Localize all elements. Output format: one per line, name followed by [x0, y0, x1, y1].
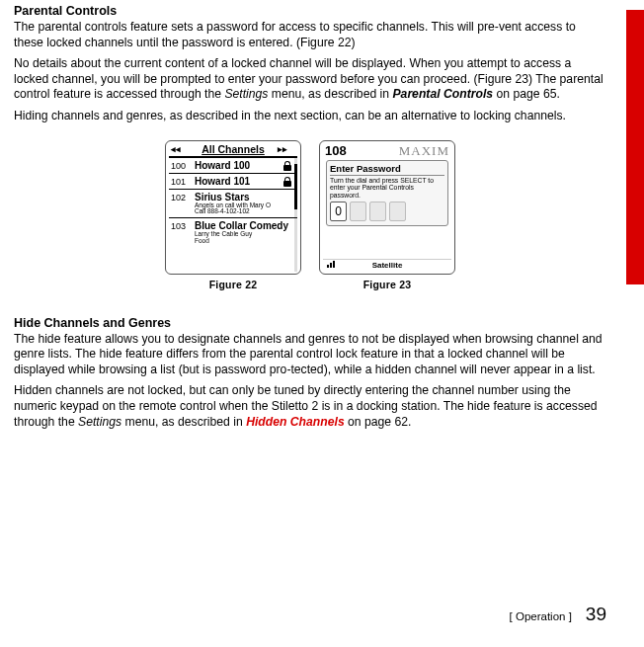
pc-para-3: Hiding channels and genres, as described… — [14, 109, 606, 124]
pc-para-2: No details about the current content of … — [14, 56, 606, 103]
figure-23-caption: Figure 23 — [363, 279, 411, 290]
channel-row: 100 Howard 100 — [169, 158, 297, 174]
page-footer: [ Operation ] 39 — [510, 604, 606, 625]
brand-logo: MAXIM — [399, 143, 449, 159]
lock-icon — [283, 161, 291, 171]
channel-row: 102 Sirius Stars Angels on call with Mar… — [169, 190, 297, 219]
channel-name: Howard 100 — [195, 160, 250, 171]
pc-p2-c: on page 65. — [493, 87, 560, 101]
figures-row: ◂◂ All Channels ▸▸ 100 Howard 100 — [14, 140, 606, 290]
hc-para-1: The hide feature allows you to designate… — [14, 332, 606, 378]
settings-ref-1: Settings — [224, 87, 268, 101]
footer-section: [ Operation ] — [510, 610, 572, 622]
hc-p2-c: on page 62. — [345, 415, 412, 429]
footer-section-label: Operation — [516, 610, 566, 622]
figure-22-caption: Figure 22 — [209, 279, 257, 290]
signal-icon — [327, 261, 341, 268]
figure-22: ◂◂ All Channels ▸▸ 100 Howard 100 — [165, 140, 301, 290]
password-title: Enter Password — [330, 163, 444, 176]
bracket-close: ] — [565, 610, 571, 622]
password-panel: Enter Password Turn the dial and press S… — [326, 160, 448, 226]
parental-controls-ref: Parental Controls — [392, 87, 493, 101]
hc-para-2: Hidden channels are not locked, but can … — [14, 383, 606, 430]
channel-number: 102 — [171, 193, 191, 202]
pc-p2-b: menu, as described in — [268, 87, 392, 101]
pin-digit-3 — [369, 202, 386, 221]
pin-entry-row: 0 — [330, 202, 444, 221]
hc-p2-b: menu, as described in — [121, 415, 246, 429]
channel-name: Howard 101 — [195, 176, 250, 187]
side-tab — [626, 10, 644, 284]
channel-list-header: ◂◂ All Channels ▸▸ — [169, 143, 297, 158]
prev-category-icon: ◂◂ — [171, 144, 181, 154]
channel-number: 101 — [171, 177, 191, 187]
source-label: Satellite — [372, 261, 403, 270]
device-screen-channel-list: ◂◂ All Channels ▸▸ 100 Howard 100 — [165, 140, 301, 275]
next-category-icon: ▸▸ — [278, 144, 287, 154]
pin-digit-4 — [389, 202, 406, 221]
device-footer: Satellite — [323, 259, 451, 272]
figure-23: 108 MAXIM Enter Password Turn the dial a… — [319, 140, 455, 290]
channel-number: 100 — [171, 161, 191, 171]
channel-subtitle: Call 888-4-102-102 — [195, 208, 291, 215]
pin-digit-1: 0 — [330, 202, 347, 221]
password-header-row: 108 MAXIM — [323, 143, 451, 159]
channel-row: 103 Blue Collar Comedy Larry the Cable G… — [169, 218, 297, 247]
parental-controls-heading: Parental Controls — [14, 4, 606, 18]
channel-list-title: All Channels — [201, 143, 265, 155]
hide-channels-heading: Hide Channels and Genres — [14, 316, 606, 330]
channel-subtitle: Food — [195, 238, 291, 245]
page-number: 39 — [586, 604, 606, 625]
settings-ref-2: Settings — [78, 415, 121, 429]
channel-name: Sirius Stars — [195, 192, 250, 202]
hidden-channels-ref: Hidden Channels — [246, 415, 345, 429]
password-instructions: Turn the dial and press SELECT to enter … — [330, 177, 444, 199]
channel-number-display: 108 — [325, 143, 347, 158]
channel-number: 103 — [171, 221, 191, 231]
pc-para-1: The parental controls feature sets a pas… — [14, 20, 606, 50]
channel-list: 100 Howard 100 101 Howard 101 — [169, 158, 297, 272]
lock-icon — [283, 177, 291, 187]
channel-row: 101 Howard 101 — [169, 174, 297, 190]
pin-digit-2 — [350, 202, 366, 221]
manual-page: Parental Controls The parental controls … — [0, 0, 644, 647]
device-screen-password: 108 MAXIM Enter Password Turn the dial a… — [319, 140, 455, 275]
